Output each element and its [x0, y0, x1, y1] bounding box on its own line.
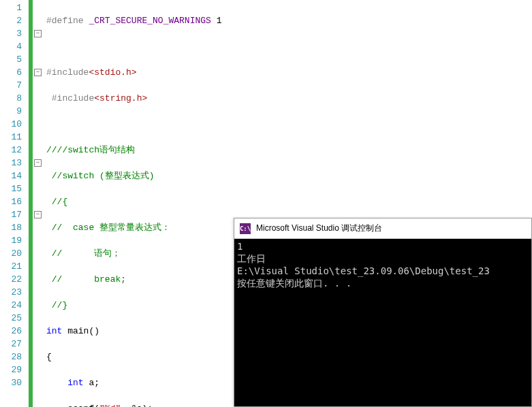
line-number: 15	[0, 182, 22, 195]
line-number: 26	[0, 325, 22, 338]
comment: // case 整型常量表达式：	[52, 223, 170, 233]
keyword: int	[46, 326, 62, 336]
code-text: , &a);	[121, 404, 153, 407]
preproc: #include	[52, 93, 94, 103]
console-line: E:\Visual Studio\test_23.09.06\Debug\tes…	[237, 265, 490, 276]
code-text: (	[94, 404, 99, 407]
include-path: <string.h>	[94, 93, 147, 103]
code-text: a;	[84, 378, 99, 388]
line-number: 6	[0, 66, 22, 79]
line-number: 21	[0, 260, 22, 273]
line-number: 17	[0, 208, 22, 221]
line-number: 19	[0, 234, 22, 247]
preproc: #define	[46, 16, 89, 26]
line-number: 23	[0, 286, 22, 299]
string: "%d"	[99, 404, 121, 407]
line-number: 16	[0, 195, 22, 208]
fold-toggle[interactable]: −	[34, 211, 42, 218]
preproc: #include	[46, 67, 89, 78]
code-text: 1	[211, 16, 222, 26]
line-number: 1	[0, 1, 22, 14]
line-number: 14	[0, 169, 22, 182]
line-number: 9	[0, 105, 22, 118]
line-number: 13	[0, 157, 22, 169]
line-number: 29	[0, 363, 22, 376]
line-number: 11	[0, 131, 22, 144]
comment: //{	[52, 197, 67, 207]
console-line: 按任意键关闭此窗口. . .	[237, 278, 351, 289]
console-titlebar[interactable]: C:\ Microsoft Visual Studio 调试控制台	[234, 218, 531, 239]
keyword: int	[67, 378, 83, 388]
comment: ////switch语句结构	[46, 145, 135, 155]
console-output[interactable]: 1 工作日 E:\Visual Studio\test_23.09.06\Deb…	[234, 239, 531, 406]
line-number: 28	[0, 351, 22, 363]
line-number: 12	[0, 144, 22, 157]
line-number: 5	[0, 53, 22, 66]
function-call: scanf	[67, 404, 94, 407]
line-number: 27	[0, 338, 22, 351]
line-number: 25	[0, 312, 22, 325]
line-number: 8	[0, 92, 22, 105]
console-icon: C:\	[240, 223, 251, 234]
fold-toggle[interactable]: −	[34, 30, 42, 37]
macro: _CRT_SECURE_NO_WARNINGS	[89, 16, 210, 26]
console-window[interactable]: C:\ Microsoft Visual Studio 调试控制台 1 工作日 …	[234, 218, 532, 407]
line-number: 22	[0, 273, 22, 286]
line-number: 3	[0, 27, 22, 40]
fold-toggle[interactable]: −	[34, 159, 42, 167]
console-line: 1	[237, 241, 242, 252]
code-text: main()	[62, 326, 99, 336]
line-number: 20	[0, 247, 22, 260]
line-number: 10	[0, 118, 22, 131]
line-number: 24	[0, 299, 22, 312]
include-path: <stdio.h>	[89, 67, 136, 78]
comment: // break;	[52, 274, 126, 284]
fold-toggle[interactable]: −	[34, 69, 42, 76]
line-number: 7	[0, 79, 22, 92]
line-number: 18	[0, 221, 22, 234]
line-number: 4	[0, 40, 22, 53]
code-text: {	[46, 352, 52, 362]
comment: //switch (整型表达式)	[52, 171, 155, 181]
line-number: 2	[0, 14, 22, 27]
console-title-text: Microsoft Visual Studio 调试控制台	[256, 223, 382, 234]
line-number-gutter: 1 2 3 4 5 6 7 8 9 10 11 12 13 14 15 16 1…	[0, 0, 29, 407]
line-number: 30	[0, 376, 22, 389]
comment: // 语句；	[52, 248, 121, 259]
console-line: 工作日	[237, 253, 266, 264]
comment: //}	[52, 300, 67, 310]
fold-strip: − − − −	[33, 0, 46, 407]
